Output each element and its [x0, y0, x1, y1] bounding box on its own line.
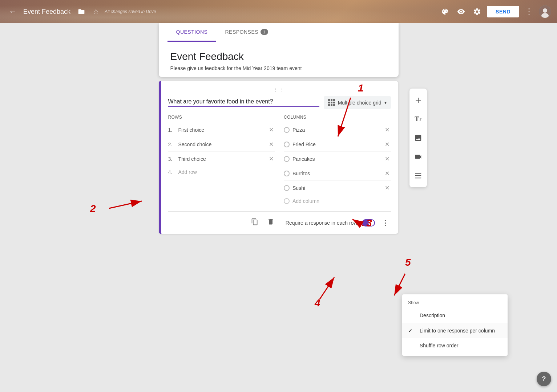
menu-item-shuffle[interactable]: Shuffle row order: [402, 338, 508, 353]
radio-circle: [284, 171, 290, 176]
form-main-description: Please give us feedback for the Mid Year…: [170, 65, 387, 71]
row-number: 1.: [168, 127, 175, 133]
help-button[interactable]: ?: [537, 372, 551, 386]
remove-row-2-button[interactable]: ✕: [267, 140, 275, 148]
svg-text:5: 5: [405, 257, 411, 268]
right-sidebar: TT: [409, 89, 427, 187]
svg-text:2: 2: [90, 203, 96, 214]
rows-section: Rows 1. First choice ✕ 2. Second choice …: [168, 115, 275, 207]
col-item: Sushi ✕: [284, 181, 391, 195]
dropdown-menu: Show Description ✓ Limit to one response…: [402, 294, 508, 356]
row-item: 1. First choice ✕: [168, 123, 275, 137]
radio-circle: [284, 185, 290, 191]
add-title-button[interactable]: TT: [409, 110, 427, 128]
radio-circle: [284, 127, 290, 133]
form-main-title: Event Feedback: [170, 51, 387, 62]
add-col-radio: [284, 198, 290, 204]
add-row-item[interactable]: 4. Add row: [168, 166, 275, 178]
col-text[interactable]: Burritos: [292, 171, 380, 176]
col-text[interactable]: Pancakes: [292, 156, 380, 162]
svg-line-11: [320, 277, 334, 299]
add-row-num: 4.: [168, 169, 175, 175]
check-icon: ✓: [408, 327, 415, 334]
svg-text:4: 4: [314, 297, 320, 309]
menu-item-text: Shuffle row order: [420, 343, 458, 348]
radio-circle: [284, 156, 290, 162]
rows-cols-container: Rows 1. First choice ✕ 2. Second choice …: [168, 115, 391, 207]
row-number: 2.: [168, 142, 175, 147]
palette-button[interactable]: [439, 5, 451, 18]
rows-label: Rows: [168, 115, 275, 120]
add-section-button[interactable]: [409, 167, 427, 184]
tab-responses[interactable]: RESPONSES 1: [216, 23, 277, 42]
columns-label: Columns: [284, 115, 391, 120]
col-item: Pancakes ✕: [284, 152, 391, 166]
responses-badge: 1: [261, 29, 268, 35]
more-options-button[interactable]: ⋮: [523, 5, 535, 19]
menu-item-limit[interactable]: ✓ Limit to one response per column: [402, 323, 508, 338]
add-video-button[interactable]: [409, 148, 427, 166]
drag-handle: ⋮⋮: [168, 87, 391, 93]
remove-row-1-button[interactable]: ✕: [267, 126, 275, 134]
col-text[interactable]: Sushi: [292, 185, 380, 191]
delete-question-button[interactable]: [265, 216, 277, 229]
require-response-label: Require a response in each row: [286, 220, 358, 226]
header: ← Event Feedback ☆ All changes saved in …: [0, 0, 557, 23]
remove-col-4-button[interactable]: ✕: [383, 169, 391, 177]
footer-divider: [281, 219, 281, 227]
remove-col-1-button[interactable]: ✕: [383, 126, 391, 134]
col-item: Pizza ✕: [284, 123, 391, 137]
form-card: QUESTIONS RESPONSES 1 Event Feedback Ple…: [159, 23, 399, 77]
row-text[interactable]: Third choice: [178, 156, 265, 162]
remove-col-3-button[interactable]: ✕: [383, 155, 391, 163]
preview-button[interactable]: [455, 5, 467, 18]
row-item: 2. Second choice ✕: [168, 137, 275, 152]
menu-item-text: Limit to one response per column: [420, 328, 495, 334]
card-footer: Require a response in each row ⋮: [168, 211, 391, 234]
col-item: Fried Rice ✕: [284, 137, 391, 152]
add-row-label: Add row: [178, 169, 197, 175]
folder-button[interactable]: [76, 6, 87, 17]
svg-line-7: [109, 201, 142, 208]
row-text[interactable]: Second choice: [178, 142, 265, 147]
add-image-button[interactable]: [409, 129, 427, 147]
dropdown-chevron-icon: ▾: [384, 100, 387, 105]
avatar[interactable]: [539, 5, 551, 18]
form-title-header: Event Feedback: [23, 8, 70, 16]
col-item: Burritos ✕: [284, 166, 391, 181]
require-response-toggle[interactable]: [362, 219, 375, 226]
autosave-text: All changes saved in Drive: [105, 9, 435, 14]
svg-line-13: [394, 274, 405, 295]
col-text[interactable]: Fried Rice: [292, 142, 380, 147]
question-text-field[interactable]: What are your favorite food in the event…: [168, 98, 319, 107]
row-item: 3. Third choice ✕: [168, 152, 275, 166]
add-col-label: Add column: [292, 198, 319, 204]
tab-questions[interactable]: QUESTIONS: [167, 23, 217, 42]
question-type-selector[interactable]: Multiple choice grid ▾: [324, 96, 391, 109]
main-area: QUESTIONS RESPONSES 1 Event Feedback Ple…: [0, 23, 557, 392]
menu-item-description[interactable]: Description: [402, 308, 508, 323]
tabs-bar: QUESTIONS RESPONSES 1: [159, 23, 399, 42]
remove-row-3-button[interactable]: ✕: [267, 155, 275, 163]
add-question-button[interactable]: [409, 91, 427, 109]
copy-question-button[interactable]: [249, 216, 261, 229]
settings-button[interactable]: [471, 5, 483, 18]
row-text[interactable]: First choice: [178, 127, 265, 133]
back-button[interactable]: ←: [6, 4, 20, 19]
grid-icon: [328, 99, 335, 106]
send-button[interactable]: SEND: [487, 6, 519, 17]
menu-section-header: Show: [402, 297, 508, 308]
question-more-button[interactable]: ⋮: [379, 216, 391, 229]
columns-section: Columns Pizza ✕ Fried Rice ✕ Pancakes ✕: [284, 115, 391, 207]
star-button[interactable]: ☆: [91, 5, 101, 18]
add-col-item[interactable]: Add column: [284, 195, 391, 207]
radio-circle: [284, 142, 290, 147]
row-number: 3.: [168, 156, 175, 162]
question-card: ⋮⋮ What are your favorite food in the ev…: [159, 81, 399, 234]
toggle-knob: [368, 220, 374, 226]
col-text[interactable]: Pizza: [292, 127, 380, 133]
remove-col-2-button[interactable]: ✕: [383, 140, 391, 148]
menu-item-text: Description: [420, 313, 445, 318]
form-header-area: Event Feedback Please give us feedback f…: [159, 42, 399, 77]
remove-col-5-button[interactable]: ✕: [383, 184, 391, 192]
